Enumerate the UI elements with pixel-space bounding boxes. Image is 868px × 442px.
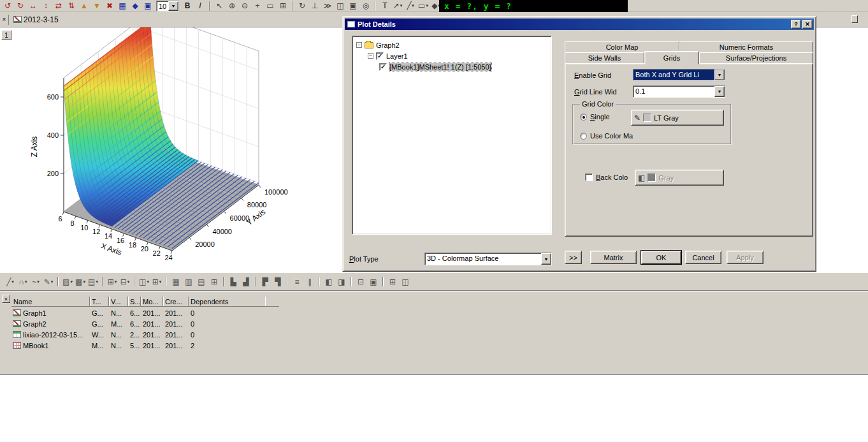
column-header-name[interactable]: Name [11,297,90,306]
fit-frame-icon[interactable]: ▦ [117,1,128,11]
fill-color-icon[interactable]: ▨▾ [62,276,73,287]
dropdown-arrow-icon[interactable]: ▾ [83,279,85,284]
close-window-icon[interactable]: × [0,15,8,24]
tab-side-walls[interactable]: Side Walls [565,52,644,64]
resize-layer-icon[interactable]: ◆ [129,1,141,11]
zoom-level-combo[interactable]: 10 [156,1,179,11]
column-header-created[interactable]: Cre... [163,297,189,306]
single-color-button[interactable]: LT Gray [631,110,724,126]
project-row[interactable]: Graph2 G... M... 6... 201... 201... 0 [11,318,265,329]
rescale-icon[interactable]: ▭ [264,1,276,11]
freehand-tool-icon[interactable]: ✎▾ [43,276,54,287]
zoom-in-icon[interactable]: ⊕ [226,1,238,11]
tree-item-graph2[interactable]: Graph2 [376,41,400,49]
project-row[interactable]: MBook1 M... N... 5... 201... 201... 2 [11,340,265,351]
row-header-icon[interactable]: ▤ [196,276,207,287]
decrease-perspective-icon[interactable]: ▼ [91,1,103,11]
italic-icon[interactable]: I [194,1,206,11]
tilt-left-icon[interactable]: ⇄ [53,1,64,11]
pointer-icon[interactable]: ↖ [213,1,225,11]
column-header-type[interactable]: T... [90,297,109,306]
delete-layer-icon[interactable]: ◨ [336,276,347,287]
rotate-tool-icon[interactable]: ↻ [296,1,308,11]
use-color-map-radio[interactable] [580,133,587,140]
tab-grids[interactable]: Grids [644,51,699,64]
dropdown-arrow-icon[interactable] [714,70,725,80]
apply-button[interactable]: Apply [727,251,763,264]
page-tab-1[interactable]: 1 [1,30,11,40]
worksheet-grid-icon[interactable]: ▦ [170,276,182,287]
dropdown-arrow-icon[interactable]: ▾ [70,279,73,284]
curve-tool-icon[interactable]: ~▾ [30,276,41,287]
reset-rotation-icon[interactable]: ✖ [104,1,115,11]
pattern-icon[interactable]: ▩▾ [75,276,86,287]
axis-tool-icon[interactable]: ⊥ [309,1,321,11]
remove-plot-icon[interactable]: ⊟▾ [119,276,131,287]
use-color-map-label[interactable]: Use Color Ma [590,132,633,140]
project-row[interactable]: Graph1 G... N... 6... 201... 201... 0 [11,307,265,318]
tab-surface-projections[interactable]: Surface/Projections [699,52,813,64]
data-reader-icon[interactable]: ◎ [360,1,372,11]
window-menu-button[interactable] [851,15,858,23]
speed-mode-icon[interactable]: ≫ [322,1,333,11]
frame-tool-icon[interactable]: ▣ [347,1,359,11]
extract-cells-icon[interactable]: ⊞▾ [151,276,163,287]
window-icon[interactable]: ▣ [142,1,154,11]
column-header-size[interactable]: S... [128,297,141,306]
line-tool-icon[interactable]: ╱▾ [405,1,416,11]
single-radio-label[interactable]: Single [590,113,610,121]
tilt-right-icon[interactable]: ⇅ [66,1,77,11]
arc-tool-icon[interactable]: ∩▾ [17,276,29,287]
cancel-button[interactable]: Cancel [685,251,721,264]
layer-tool-icon[interactable]: ◫ [335,1,346,11]
zoom-panel-icon[interactable]: ⊡ [355,276,366,287]
rectangle-tool-icon[interactable]: ▭▾ [417,1,429,11]
dropdown-arrow-icon[interactable] [714,86,725,97]
align-right-icon[interactable]: ▟ [240,276,252,287]
cell-borders-icon[interactable]: ⊞ [208,276,220,287]
dropdown-arrow-icon[interactable]: ▾ [127,279,130,284]
text-tool-icon[interactable]: T [379,1,391,11]
column-header-modified[interactable]: Mo... [141,297,163,306]
distribute-horizontal-icon[interactable]: ≡ [291,276,303,287]
back-color-label[interactable]: Back Colo [596,173,628,181]
enable-grid-select[interactable]: Both X and Y Grid Li [633,69,725,81]
align-left-icon[interactable]: ▙ [228,276,239,287]
distribute-vertical-icon[interactable]: ∥ [304,276,315,287]
dropdown-arrow-icon[interactable]: ▾ [51,279,54,284]
rotate-horizontal-icon[interactable]: ↔ [27,1,39,11]
plot-type-select[interactable]: 3D - Colormap Surface [424,253,552,265]
fit-page-icon[interactable]: ▣ [368,276,379,287]
dropdown-arrow-icon[interactable]: ▾ [37,279,40,284]
pan-icon[interactable]: + [252,1,263,11]
dataset-checkbox[interactable] [379,63,387,71]
dropdown-arrow-icon[interactable]: ▾ [426,3,428,8]
ok-button[interactable]: OK [641,251,681,264]
dropdown-arrow-icon[interactable] [168,1,178,11]
increase-perspective-icon[interactable]: ▲ [78,1,90,11]
zoom-out-icon[interactable]: ⊖ [239,1,250,11]
column-header-view[interactable]: V... [109,297,128,306]
line-style-icon[interactable]: ╱▾ [4,276,16,287]
dropdown-arrow-icon[interactable]: ▾ [412,3,414,8]
dropdown-arrow-icon[interactable]: ▾ [11,279,14,284]
rotate-cw-icon[interactable]: ↻ [15,1,26,11]
add-plot-icon[interactable]: ⊞▾ [106,276,118,287]
back-color-button[interactable]: Gray [635,170,724,186]
merge-cells-icon[interactable]: ◫▾ [138,276,150,287]
collapse-icon[interactable]: − [356,42,362,48]
bold-icon[interactable]: B [182,1,193,11]
arrow-tool-icon[interactable]: ↗▾ [392,1,403,11]
grid-line-width-select[interactable]: 0.1 [633,85,725,98]
line-color-icon[interactable]: ▤▾ [87,276,99,287]
grid-toggle-icon[interactable]: ⊞ [277,1,289,11]
layer1-checkbox[interactable] [376,52,384,60]
align-bottom-icon[interactable]: ▜ [272,276,284,287]
column-header-dependents[interactable]: Dependents [189,297,265,306]
new-layer-icon[interactable]: ◧ [323,276,335,287]
tree-item-layer1[interactable]: Layer1 [386,52,408,60]
single-radio[interactable] [580,114,587,121]
dropdown-arrow-icon[interactable] [541,253,551,265]
dropdown-arrow-icon[interactable]: ▾ [115,279,117,284]
dropdown-arrow-icon[interactable]: ▾ [96,279,98,284]
